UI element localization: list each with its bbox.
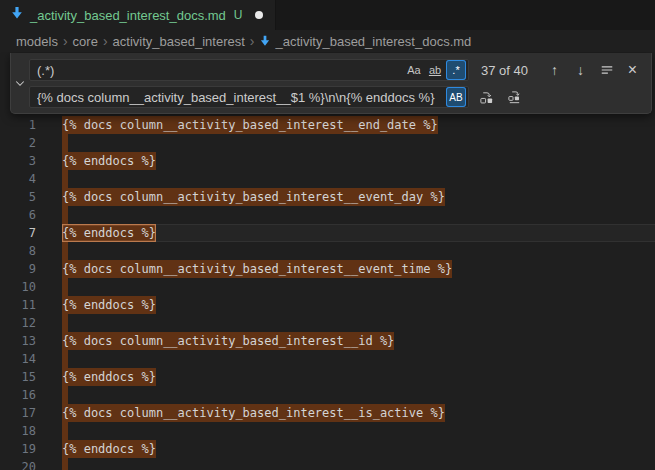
- line-number: 19: [0, 440, 36, 458]
- find-input-value: (.*): [37, 63, 403, 78]
- code-text: {% docs column__activity_based_interest_…: [62, 332, 394, 350]
- breadcrumb-item-models[interactable]: models: [16, 34, 58, 49]
- replace-icon[interactable]: [476, 87, 497, 108]
- editor-line[interactable]: 11{% enddocs %}: [0, 296, 655, 314]
- editor-line[interactable]: 8: [0, 242, 655, 260]
- editor-line[interactable]: 4: [0, 170, 655, 188]
- editor-line[interactable]: 20: [0, 458, 655, 470]
- line-number: 3: [0, 152, 36, 170]
- close-icon[interactable]: ×: [622, 60, 643, 81]
- preserve-case-button[interactable]: AB: [446, 87, 466, 107]
- code-text: {% enddocs %}: [62, 152, 156, 170]
- editor-line[interactable]: 18: [0, 422, 655, 440]
- find-widget-fields: (.*) Aa ab .* 37 of 40 ↑ ↓ × {% docs: [29, 53, 651, 113]
- regex-button[interactable]: .*: [446, 60, 466, 80]
- line-number: 9: [0, 260, 36, 278]
- editor-area[interactable]: (.*) Aa ab .* 37 of 40 ↑ ↓ × {% docs: [0, 52, 655, 470]
- replace-input[interactable]: {% docs column__activity_based_interest_…: [29, 86, 469, 108]
- code-text: [62, 458, 68, 470]
- breadcrumb-item-file[interactable]: _activity_based_interest_docs.md: [259, 34, 471, 49]
- breadcrumb-item-folder[interactable]: activity_based_interest: [113, 34, 245, 49]
- replace-row: {% docs column__activity_based_interest_…: [29, 86, 643, 108]
- editor-line[interactable]: 16: [0, 386, 655, 404]
- whole-word-button[interactable]: ab: [425, 60, 445, 80]
- tab-bar: _activity_based_interest_docs.md U: [0, 0, 655, 30]
- editor-line[interactable]: 19{% enddocs %}: [0, 440, 655, 458]
- editor-line[interactable]: 9{% docs column__activity_based_interest…: [0, 260, 655, 278]
- editor-tab[interactable]: _activity_based_interest_docs.md U: [0, 0, 276, 30]
- editor-line[interactable]: 5{% docs column__activity_based_interest…: [0, 188, 655, 206]
- line-number: 16: [0, 386, 36, 404]
- line-number: 15: [0, 368, 36, 386]
- code-text: {% enddocs %}: [62, 368, 156, 386]
- code-text: {% docs column__activity_based_interest_…: [62, 188, 445, 206]
- code-text: {% docs column__activity_based_interest_…: [62, 116, 438, 134]
- line-number: 4: [0, 170, 36, 188]
- match-case-button[interactable]: Aa: [404, 60, 424, 80]
- chevron-right-icon: ›: [250, 33, 255, 49]
- line-number: 2: [0, 134, 36, 152]
- chevron-right-icon: ›: [63, 33, 68, 49]
- line-number: 11: [0, 296, 36, 314]
- next-match-button[interactable]: ↓: [570, 60, 591, 81]
- line-number: 14: [0, 350, 36, 368]
- code-text: {% docs column__activity_based_interest_…: [62, 404, 445, 422]
- code-lines: 1{% docs column__activity_based_interest…: [0, 52, 655, 470]
- line-number: 1: [0, 116, 36, 134]
- code-text: [62, 350, 68, 368]
- code-text: [62, 206, 68, 224]
- find-in-selection-icon[interactable]: [596, 60, 617, 81]
- code-text: [62, 422, 68, 440]
- find-widget: (.*) Aa ab .* 37 of 40 ↑ ↓ × {% docs: [10, 53, 652, 114]
- editor-line[interactable]: 17{% docs column__activity_based_interes…: [0, 404, 655, 422]
- markdown-file-icon: [10, 6, 24, 24]
- find-row: (.*) Aa ab .* 37 of 40 ↑ ↓ ×: [29, 59, 643, 81]
- find-input[interactable]: (.*) Aa ab .*: [29, 59, 469, 81]
- line-number: 17: [0, 404, 36, 422]
- code-text: {% docs column__activity_based_interest_…: [62, 260, 452, 278]
- chevron-right-icon: ›: [103, 33, 108, 49]
- code-text: [62, 242, 68, 260]
- editor-line[interactable]: 15{% enddocs %}: [0, 368, 655, 386]
- modified-dot-icon[interactable]: [255, 11, 263, 19]
- tab-filename: _activity_based_interest_docs.md: [30, 8, 226, 23]
- breadcrumb-file-label: _activity_based_interest_docs.md: [275, 34, 471, 49]
- line-number: 6: [0, 206, 36, 224]
- code-text: [62, 314, 68, 332]
- line-number: 12: [0, 314, 36, 332]
- code-text: [62, 170, 68, 188]
- editor-line[interactable]: 14: [0, 350, 655, 368]
- code-text: {% enddocs %}: [62, 296, 156, 314]
- breadcrumb-item-core[interactable]: core: [73, 34, 98, 49]
- editor-line[interactable]: 12: [0, 314, 655, 332]
- chevron-down-icon: [14, 77, 26, 89]
- line-number: 20: [0, 458, 36, 470]
- editor-line[interactable]: 1{% docs column__activity_based_interest…: [0, 116, 655, 134]
- line-number: 5: [0, 188, 36, 206]
- code-text: {% enddocs %}: [62, 440, 156, 458]
- editor-line[interactable]: 3{% enddocs %}: [0, 152, 655, 170]
- editor-line-current-match[interactable]: 7{% enddocs %}: [0, 224, 655, 242]
- editor-line[interactable]: 6: [0, 206, 655, 224]
- line-number: 18: [0, 422, 36, 440]
- vscode-window: _activity_based_interest_docs.md U model…: [0, 0, 655, 470]
- line-number: 7: [0, 224, 36, 242]
- editor-line[interactable]: 10: [0, 278, 655, 296]
- line-number: 10: [0, 278, 36, 296]
- code-text: [62, 134, 68, 152]
- match-count: 37 of 40: [481, 63, 528, 78]
- line-number: 8: [0, 242, 36, 260]
- editor-line[interactable]: 13{% docs column__activity_based_interes…: [0, 332, 655, 350]
- line-number: 13: [0, 332, 36, 350]
- code-text: [62, 386, 68, 404]
- replace-input-value: {% docs column__activity_based_interest_…: [37, 90, 445, 105]
- markdown-file-icon: [259, 35, 271, 47]
- toggle-replace-button[interactable]: [11, 53, 29, 113]
- breadcrumb: models › core › activity_based_interest …: [0, 30, 655, 52]
- git-status-badge: U: [234, 8, 243, 22]
- replace-all-icon[interactable]: [504, 87, 525, 108]
- code-text: [62, 278, 68, 296]
- previous-match-button[interactable]: ↑: [544, 60, 565, 81]
- editor-line[interactable]: 2: [0, 134, 655, 152]
- code-text: {% enddocs %}: [62, 224, 156, 242]
